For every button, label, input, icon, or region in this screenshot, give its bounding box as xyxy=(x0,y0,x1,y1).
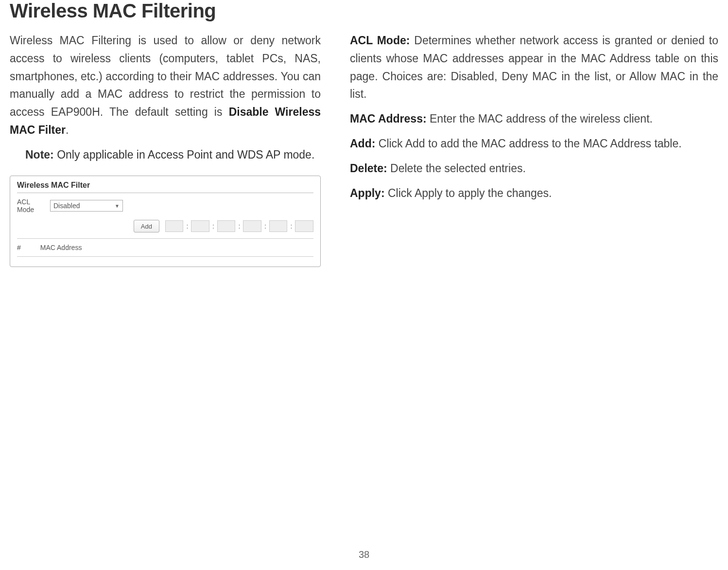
add-desc: Click Add to add the MAC address to the … xyxy=(375,137,681,150)
add-button[interactable]: Add xyxy=(134,220,159,232)
divider xyxy=(17,256,313,257)
acl-mode-row: ACL Mode Disabled ▼ xyxy=(17,198,313,214)
mac-sep: : xyxy=(186,222,188,230)
mac-field-1[interactable] xyxy=(165,220,184,232)
acl-mode-definition: ACL Mode: Determines whether network acc… xyxy=(350,32,718,103)
apply-desc: Click Apply to apply the changes. xyxy=(385,187,552,199)
acl-mode-label: ACL Mode xyxy=(17,198,40,214)
delete-definition: Delete: Delete the selected entries. xyxy=(350,160,718,178)
note-text: Only applicable in Access Point and WDS … xyxy=(54,148,315,161)
content-columns: Wireless MAC Filtering is used to allow … xyxy=(10,32,718,267)
mac-input-row: Add : : : : : xyxy=(134,220,313,232)
mac-sep: : xyxy=(212,222,214,230)
hash-col: # xyxy=(17,244,21,251)
acl-mode-select[interactable]: Disabled ▼ xyxy=(50,200,123,212)
mac-address-col: MAC Address xyxy=(40,244,82,251)
mac-address-desc: Enter the MAC address of the wireless cl… xyxy=(427,112,653,125)
divider xyxy=(17,193,313,193)
note-paragraph: Note: Only applicable in Access Point an… xyxy=(25,146,321,164)
delete-term: Delete: xyxy=(350,162,387,175)
intro-text-end: . xyxy=(66,124,69,136)
add-term: Add: xyxy=(350,137,375,150)
mac-filter-screenshot: Wireless MAC Filter ACL Mode Disabled ▼ … xyxy=(10,176,321,267)
mac-field-6[interactable] xyxy=(295,220,313,232)
chevron-down-icon: ▼ xyxy=(115,203,120,209)
mac-sep: : xyxy=(264,222,266,230)
intro-paragraph: Wireless MAC Filtering is used to allow … xyxy=(10,32,321,139)
acl-mode-term: ACL Mode: xyxy=(350,34,410,47)
mac-field-5[interactable] xyxy=(269,220,288,232)
add-definition: Add: Click Add to add the MAC address to… xyxy=(350,135,718,153)
right-column: ACL Mode: Determines whether network acc… xyxy=(350,32,718,267)
left-column: Wireless MAC Filtering is used to allow … xyxy=(10,32,321,267)
acl-mode-value: Disabled xyxy=(53,202,80,210)
mac-field-2[interactable] xyxy=(191,220,209,232)
table-header-row: # MAC Address xyxy=(17,242,313,253)
mac-address-definition: MAC Address: Enter the MAC address of th… xyxy=(350,110,718,128)
mac-field-4[interactable] xyxy=(243,220,261,232)
mac-address-term: MAC Address: xyxy=(350,112,427,125)
note-label: Note: xyxy=(25,148,54,161)
divider xyxy=(17,238,313,239)
apply-term: Apply: xyxy=(350,187,385,199)
page-title: Wireless MAC Filtering xyxy=(10,0,718,22)
delete-desc: Delete the selected entries. xyxy=(387,162,526,175)
apply-definition: Apply: Click Apply to apply the changes. xyxy=(350,184,718,202)
mac-sep: : xyxy=(290,222,292,230)
mac-field-3[interactable] xyxy=(217,220,236,232)
page-number: 38 xyxy=(359,549,369,560)
mac-sep: : xyxy=(238,222,240,230)
screenshot-title: Wireless MAC Filter xyxy=(17,181,313,190)
